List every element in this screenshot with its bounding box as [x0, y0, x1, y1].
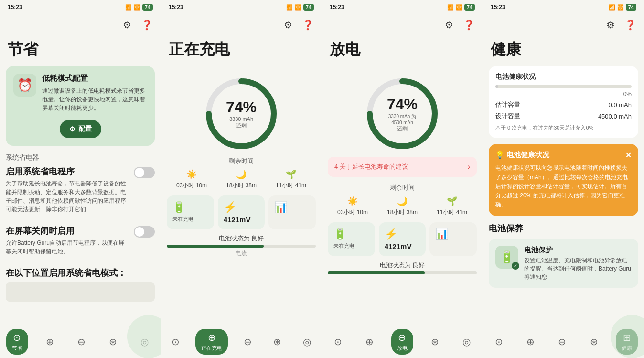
panel-content-3: 74% 3330 mAh 为 4500 mAh 还剩 4 关于延长电池寿命的建议… [322, 66, 483, 358]
config-button[interactable]: ⚙ 配置 [60, 120, 101, 138]
nav-charging-2[interactable]: ⊕ 正在充电 [195, 329, 228, 355]
health-progress-fill [495, 85, 498, 88]
time-val-2: 18小时 38m [216, 182, 266, 190]
toggle-title-2: 在屏幕关闭时启用 [6, 225, 128, 237]
health-row-design: 设计容量 4500.0 mAh [495, 112, 632, 120]
orange-card-title-row: 💡 电池健康状况 ✕ [495, 151, 632, 160]
nav-item-save[interactable]: ⊙ 节省 [6, 329, 28, 355]
nav-discharge-active[interactable]: ⊖ 放电 [391, 329, 413, 355]
nav-label-save: 节省 [12, 345, 22, 352]
status-progress-fill [167, 245, 264, 248]
nav-save-3[interactable]: ⊙ [328, 333, 348, 350]
battery-circle-container-3: 74% 3330 mAh 为 4500 mAh 还剩 [328, 66, 477, 157]
nav-charge-4[interactable]: ⊕ [521, 333, 540, 350]
toggle-switch-1[interactable] [134, 167, 155, 178]
battery-icon-4: 74 [626, 4, 636, 11]
tip-text: 4 关于延长电池寿命的建议 [334, 163, 408, 171]
help-icon-4[interactable]: ❓ [624, 19, 636, 31]
time-val-3-3: 11小时 41m [427, 208, 477, 217]
orange-close-btn[interactable]: ✕ [625, 151, 632, 160]
protect-icon: ⊛ [109, 336, 117, 347]
toggle-switch-2[interactable] [134, 226, 155, 238]
status-time-1: 15:23 [8, 4, 22, 11]
location-placeholder [6, 282, 155, 302]
panel-content-2: 74% 3330 mAh 还剩 剩余时间 ☀️ 🌙 🌱 03小时 10m 18小… [161, 66, 322, 358]
nav-item-charge-in[interactable]: ⊕ [40, 333, 60, 350]
health-progress-bar [495, 85, 632, 88]
time-icons-row: ☀️ 🌙 🌱 [167, 169, 316, 180]
nav-discharge-4[interactable]: ⊖ [552, 333, 572, 350]
system-section-label: 系统省电器 [6, 153, 155, 162]
status-progress-3 [328, 271, 477, 274]
battery-circle: 74% 3330 mAh 还剩 [203, 76, 279, 152]
metric-card-3-3: 📊 [429, 222, 477, 256]
circle-text: 74% 3330 mAh 还剩 [226, 98, 257, 129]
tip-arrow-icon: › [468, 163, 470, 171]
nav-protect-2[interactable]: ⊛ [268, 333, 287, 350]
alarm-icon: ⏰ [13, 74, 36, 97]
nav-health-3[interactable]: ◎ [457, 333, 476, 350]
care-section-title: 电池保养 [489, 223, 638, 234]
protect-card: 🔋 ✓ 电池保护 设置电池温度、充电限制和电池异常放电的提醒。当达到任何阈值时，… [489, 239, 638, 287]
panel-content-1: ⏰ 低耗模式配置 通过微调设备上的低电耗模式来节省更多电量。让你的设备更快地闲置… [0, 66, 161, 358]
metric-value-2: 4121mV [224, 216, 251, 224]
time-val-1: 03小时 10m [167, 182, 216, 190]
toggle-title-1: 启用系统省电程序 [6, 166, 128, 177]
remaining-time: 剩余时间 ☀️ 🌙 🌱 03小时 10m 18小时 38m 11小时 41m [167, 157, 316, 190]
toolbar-1: ⚙ ❓ [0, 14, 161, 35]
page-title-4: 健康 [483, 35, 644, 66]
time-values-row: 03小时 10m 18小时 38m 11小时 41m [167, 182, 316, 190]
nav-charge-3[interactable]: ⊕ [360, 333, 379, 350]
wifi-icon-3: 🛜 [456, 4, 462, 11]
nav-save-4[interactable]: ⊙ [489, 333, 509, 350]
low-power-title: 低耗模式配置 [42, 74, 147, 84]
toggle-desc-2: 允许Battery Guru自动启用节电程序，以便在屏幕关闭时帮助保留电池。 [6, 239, 128, 256]
remaining-label: 剩余时间 [167, 157, 316, 165]
metric-value-3-2: 4121mV [385, 242, 412, 250]
remaining-label-3: 剩余时间 [328, 184, 477, 192]
time-val-3-1: 03小时 10m [328, 208, 377, 217]
moon-icon: 🌙 [236, 169, 247, 180]
protect-desc: 设置电池温度、充电限制和电池异常放电的提醒。当达到任何阈值时，Battery G… [524, 257, 632, 281]
health-percent: 0% [495, 91, 632, 98]
leaf-icon-3: 🌱 [447, 196, 457, 206]
tip-card[interactable]: 4 关于延长电池寿命的建议 › [328, 157, 477, 177]
low-power-header: ⏰ 低耗模式配置 通过微调设备上的低电耗模式来节省更多电量。让你的设备更快地闲置… [13, 74, 147, 112]
panel-charging: 15:23 📶 🛜 74 ⚙ ❓ 正在充电 74% 3330 mAh 还剩 [161, 0, 322, 358]
nav-item-discharge[interactable]: ⊖ [72, 333, 91, 350]
status-bar-1: 15:23 📶 🛜 74 [0, 0, 161, 14]
help-icon-1[interactable]: ❓ [141, 19, 153, 31]
nav-protect-4[interactable]: ⊛ [584, 333, 604, 350]
circle-mah: 3330 mAh [226, 116, 257, 122]
metric-icon-3-1: 🔋 [333, 228, 346, 240]
estimated-value: 0.0 mAh [609, 101, 632, 108]
nav-label-charging: 正在充电 [201, 345, 222, 352]
wifi-icon-1: 🛜 [134, 4, 140, 11]
filter-icon-3[interactable]: ⚙ [445, 19, 453, 31]
help-icon-2[interactable]: ❓ [302, 19, 314, 31]
filter-icon-1[interactable]: ⚙ [123, 19, 131, 31]
nav-health-2[interactable]: ◎ [297, 333, 317, 350]
time-val-3: 11小时 41m [266, 182, 316, 190]
health-status-card: 电池健康状况 0% 估计容量 0.0 mAh 设计容量 4500.0 mAh 基… [489, 66, 638, 138]
filter-icon-4[interactable]: ⚙ [606, 19, 615, 31]
circle-percent: 74% [226, 98, 257, 116]
status-bar-label: 电池状态为 良好 [167, 234, 316, 243]
nav-save-2[interactable]: ⊙ [166, 333, 185, 350]
metric-label-1: 未在充电 [172, 216, 193, 223]
circle-text-3: 74% 3330 mAh 为 4500 mAh 还剩 [383, 96, 421, 132]
page-title-2: 正在充电 [161, 35, 322, 66]
status-time-3: 15:23 [330, 4, 344, 11]
metric-card-3-1: 🔋 未在充电 [328, 222, 375, 256]
help-icon-3[interactable]: ❓ [463, 19, 475, 31]
nav-protect-3[interactable]: ⊛ [425, 333, 445, 350]
nav-discharge-2[interactable]: ⊖ [238, 333, 258, 350]
estimated-label: 估计容量 [495, 100, 520, 109]
toolbar-3: ⚙ ❓ [322, 14, 483, 35]
metric-label-3-1: 未在充电 [333, 242, 354, 250]
filter-icon-2[interactable]: ⚙ [284, 19, 292, 31]
status-bar-label-3: 电池状态为 良好 [328, 261, 477, 270]
time-icons-row-3: ☀️ 🌙 🌱 [328, 196, 477, 206]
moon-icon-3: 🌙 [397, 196, 408, 206]
nav-item-protect[interactable]: ⊛ [103, 333, 123, 350]
